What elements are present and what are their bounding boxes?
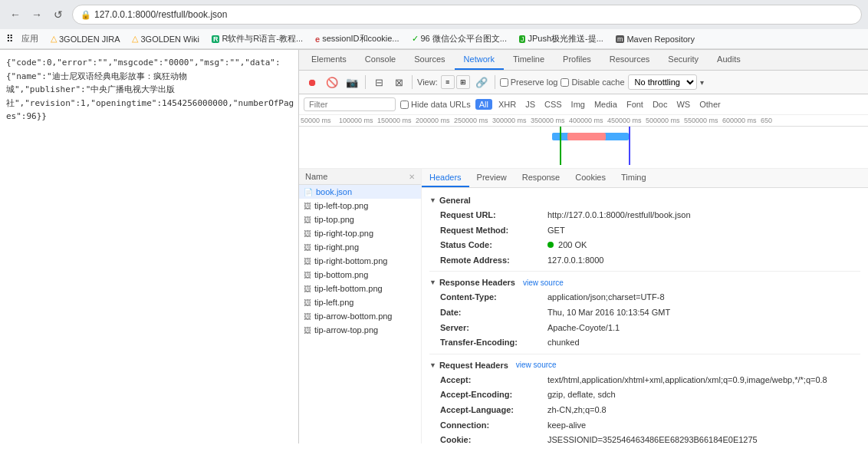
connection-value: keep-alive: [547, 419, 586, 433]
back-button[interactable]: ←: [6, 5, 25, 24]
filter-tag-media[interactable]: Media: [591, 99, 620, 110]
content-type-value: application/json;charset=UTF-8: [547, 291, 665, 305]
tab-profiles[interactable]: Profiles: [554, 50, 600, 70]
filter-tag-xhr[interactable]: XHR: [495, 99, 519, 110]
ruler-200000: 200000 ms: [414, 117, 452, 124]
transfer-encoding-key: Transfer-Encoding:: [440, 336, 547, 350]
bookmark-sessionid[interactable]: e sessionID和cookie...: [311, 31, 403, 46]
file-item-tip-bottom[interactable]: 🖼 tip-bottom.png: [299, 268, 421, 282]
filter-input[interactable]: [304, 97, 396, 111]
bookmark-apps[interactable]: 应用: [17, 31, 43, 46]
status-code-value: 200 OK: [547, 239, 587, 252]
hide-data-urls-label[interactable]: Hide data URLs: [400, 100, 471, 109]
filter-tag-js[interactable]: JS: [522, 99, 538, 110]
record-button[interactable]: ⏺: [304, 74, 321, 91]
tab-network[interactable]: Network: [455, 50, 504, 70]
wechat-icon: ✓: [412, 34, 419, 44]
tab-sources[interactable]: Sources: [405, 50, 454, 70]
filter-tag-css[interactable]: CSS: [541, 99, 565, 110]
response-headers-section-header[interactable]: ▼ Response Headers view source: [429, 275, 860, 290]
detail-panel: Headers Preview Response Cookies Timing …: [422, 169, 868, 443]
file-item-tip-arrow-top[interactable]: 🖼 tip-arrow-top.png: [299, 323, 421, 337]
url-input[interactable]: [94, 9, 853, 20]
cookie-value: JSESSIONID=352546463486EE68293B66184E0E1…: [547, 434, 758, 443]
status-code-row: Status Code: 200 OK: [429, 238, 860, 253]
disable-cache-label[interactable]: Disable cache: [561, 77, 624, 87]
filter-icon[interactable]: ⊟: [370, 74, 387, 91]
json-line-2: {"name":"迪士尼双语经典电影故事：疯狂动物: [6, 70, 292, 84]
detail-tab-preview[interactable]: Preview: [469, 169, 515, 187]
grid-view-icon[interactable]: ⊞: [456, 75, 470, 89]
accept-language-key: Accept-Language:: [440, 404, 547, 417]
bookmark-3golden-wiki[interactable]: △ 3GOLDEN Wiki: [127, 32, 203, 45]
file-list-header: Name ✕: [299, 169, 421, 185]
ruler-300000: 300000 ms: [491, 117, 529, 124]
bookmark-3golden-jira[interactable]: △ 3GOLDEN JIRA: [46, 32, 124, 45]
timeline-bar-red: [567, 133, 606, 140]
file-name-tip-right-top: tip-right-top.png: [314, 229, 373, 238]
bookmark-r-software[interactable]: R R软件与R语言-教程...: [207, 31, 307, 46]
filter-tag-other[interactable]: Other: [696, 99, 724, 110]
response-headers-view-source[interactable]: view source: [523, 279, 564, 287]
preserve-log-checkbox[interactable]: [500, 78, 508, 87]
file-item-tip-right[interactable]: 🖼 tip-right.png: [299, 240, 421, 254]
list-view-icon[interactable]: ≡: [441, 75, 455, 89]
ruler-250000: 250000 ms: [452, 117, 491, 124]
disable-cache-checkbox[interactable]: [561, 78, 569, 87]
bookmark-wechat[interactable]: ✓ 96 微信公众平台图文...: [407, 31, 511, 46]
preserve-log-text: Preserve log: [511, 77, 558, 87]
bookmark-jpush[interactable]: J JPush极光推送-提...: [515, 31, 608, 46]
request-headers-section-header[interactable]: ▼ Request Headers view source: [429, 358, 860, 373]
response-headers-triangle: ▼: [429, 279, 436, 286]
tab-elements[interactable]: Elements: [302, 50, 356, 70]
filter-tag-ws[interactable]: WS: [673, 99, 693, 110]
file-item-tip-left-bottom[interactable]: 🖼 tip-left-bottom.png: [299, 282, 421, 295]
file-item-tip-left[interactable]: 🖼 tip-left.png: [299, 295, 421, 309]
preserve-log-label[interactable]: Preserve log: [500, 77, 558, 87]
cookie-key: Cookie:: [440, 434, 547, 443]
file-item-tip-left-top[interactable]: 🖼 tip-left-top.png: [299, 199, 421, 213]
reload-button[interactable]: ↺: [49, 5, 67, 24]
tab-resources[interactable]: Resources: [600, 50, 659, 70]
general-section-header[interactable]: ▼ General: [429, 193, 860, 208]
accept-language-row: Accept-Language: zh-CN,zh;q=0.8: [429, 403, 860, 418]
tab-timeline[interactable]: Timeline: [504, 50, 554, 70]
capture-filter-button[interactable]: 🔗: [473, 74, 490, 91]
tab-console[interactable]: Console: [356, 50, 405, 70]
clear-button[interactable]: 🚫: [324, 74, 340, 91]
throttle-select[interactable]: No throttling: [628, 74, 697, 90]
json-line-1: {"code":0,"error":"","msgcode":"0000","m…: [6, 56, 292, 70]
forward-button[interactable]: →: [28, 5, 46, 24]
request-url-key: Request URL:: [440, 209, 547, 223]
detail-tab-timing[interactable]: Timing: [613, 169, 654, 187]
filter-tag-doc[interactable]: Doc: [649, 99, 671, 110]
file-item-tip-arrow-bottom[interactable]: 🖼 tip-arrow-bottom.png: [299, 309, 421, 323]
bookmark-maven[interactable]: m Maven Repository: [611, 33, 699, 45]
lock-icon: 🔒: [81, 10, 91, 20]
detail-tab-response[interactable]: Response: [515, 169, 568, 187]
tab-security[interactable]: Security: [659, 50, 708, 70]
file-name-tip-right: tip-right.png: [314, 242, 359, 252]
detail-tab-cookies[interactable]: Cookies: [567, 169, 613, 187]
hide-data-urls-checkbox[interactable]: [400, 101, 409, 109]
filter-tag-all[interactable]: All: [475, 99, 492, 110]
ruler-650: 650: [759, 117, 797, 124]
detail-tab-headers[interactable]: Headers: [422, 169, 469, 187]
file-item-book-json[interactable]: 📄 book.json: [299, 185, 421, 199]
filter-tag-img[interactable]: Img: [568, 99, 588, 110]
filter-tag-font[interactable]: Font: [623, 99, 646, 110]
file-item-tip-right-top[interactable]: 🖼 tip-right-top.png: [299, 226, 421, 240]
file-item-tip-right-bottom[interactable]: 🖼 tip-right-bottom.png: [299, 254, 421, 268]
devtools-nav: Elements Console Sources Network Timelin…: [299, 50, 868, 71]
capture-screenshot-button[interactable]: 📷: [344, 74, 360, 91]
file-name-tip-left-top: tip-left-top.png: [314, 201, 368, 210]
request-headers-view-source[interactable]: view source: [516, 361, 557, 369]
tab-audits[interactable]: Audits: [708, 50, 750, 70]
request-method-value: GET: [547, 224, 565, 238]
capture-icon[interactable]: ⊠: [390, 74, 407, 91]
date-value: Thu, 10 Mar 2016 10:13:54 GMT: [547, 306, 670, 320]
connection-row: Connection: keep-alive: [429, 418, 860, 434]
nav-buttons: ← → ↺: [6, 5, 67, 24]
throttle-chevron: ▾: [700, 78, 704, 87]
file-item-tip-top[interactable]: 🖼 tip-top.png: [299, 213, 421, 226]
